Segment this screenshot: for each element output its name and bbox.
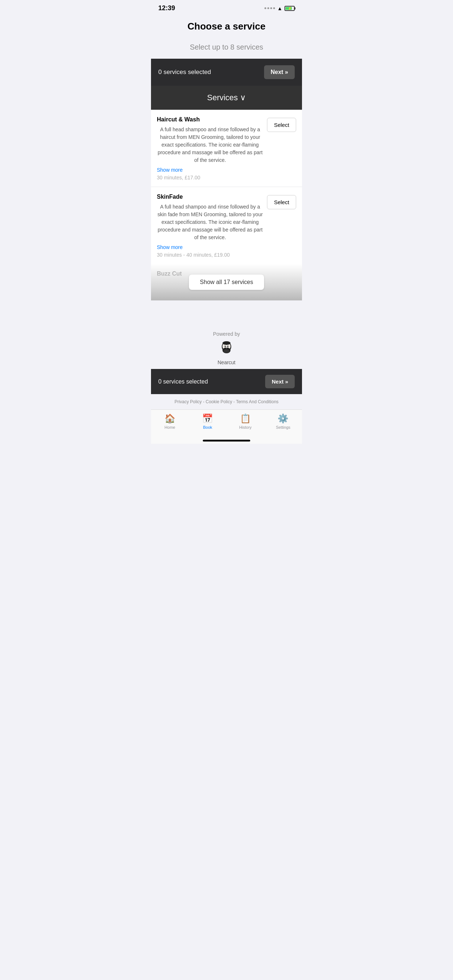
service-desc-haircut: A full head shampoo and rinse followed b…	[157, 126, 263, 164]
service-name-skinfade: SkinFade	[157, 194, 263, 200]
svg-point-5	[227, 345, 228, 347]
tab-history[interactable]: 📋 History	[226, 414, 265, 430]
select-button-haircut[interactable]: Select	[267, 118, 296, 132]
nearcut-brand-name: Nearcut	[217, 360, 235, 365]
svg-point-4	[225, 345, 226, 347]
bottom-selection-count: 0 services selected	[158, 379, 208, 385]
service-card-haircut: Haircut & Wash A full head shampoo and r…	[151, 110, 302, 187]
footer-links: Privacy Policy - Cookie Policy - Terms A…	[151, 394, 302, 409]
home-indicator	[151, 437, 302, 444]
wifi-icon: ▲	[277, 5, 282, 11]
status-icons: ▲ ⚡	[265, 5, 295, 11]
tab-book-label: Book	[203, 425, 212, 430]
fade-area: Buzz Cut Show all 17 services	[151, 264, 302, 301]
show-more-haircut[interactable]: Show more	[157, 167, 263, 173]
footer-links-text: Privacy Policy - Cookie Policy - Terms A…	[174, 399, 278, 404]
tab-book[interactable]: 📅 Book	[189, 414, 227, 430]
tab-home[interactable]: 🏠 Home	[151, 414, 189, 430]
select-button-skinfade[interactable]: Select	[267, 195, 296, 209]
nearcut-logo: Nearcut	[158, 340, 295, 365]
skinfade-container: SkinFade A full head shampoo and rinse f…	[151, 187, 302, 301]
tab-bar: 🏠 Home 📅 Book 📋 History ⚙️ Settings	[151, 409, 302, 437]
show-more-skinfade[interactable]: Show more	[157, 244, 263, 250]
services-list: Haircut & Wash A full head shampoo and r…	[151, 110, 302, 301]
fade-overlay: Show all 17 services	[151, 264, 302, 301]
service-meta-skinfade: 30 minutes - 40 minutes, £19.00	[157, 252, 230, 258]
top-next-button[interactable]: Next »	[264, 65, 295, 79]
book-icon: 📅	[202, 414, 213, 424]
service-card-skinfade: SkinFade A full head shampoo and rinse f…	[151, 187, 302, 264]
home-bar	[203, 440, 250, 442]
service-info-haircut: Haircut & Wash A full head shampoo and r…	[157, 116, 263, 181]
status-bar: 12:39 ▲ ⚡	[151, 0, 302, 15]
svg-point-6	[226, 347, 227, 348]
svg-point-2	[222, 341, 231, 345]
status-time: 12:39	[158, 5, 175, 12]
subtitle-bar: Select up to 8 services	[151, 40, 302, 59]
tab-settings[interactable]: ⚙️ Settings	[265, 414, 302, 430]
top-selection-bar: 0 services selected Next »	[151, 59, 302, 86]
service-name-haircut: Haircut & Wash	[157, 116, 263, 123]
subtitle-text: Select up to 8 services	[158, 43, 295, 51]
svg-point-10	[223, 349, 230, 353]
services-header-label: Services ∨	[207, 93, 246, 102]
signal-dots	[265, 7, 275, 9]
service-desc-skinfade: A full head shampoo and rinse followed b…	[157, 203, 263, 241]
service-meta-haircut: 30 minutes, £17.00	[157, 175, 200, 180]
service-info-skinfade: SkinFade A full head shampoo and rinse f…	[157, 194, 263, 258]
top-selection-count: 0 services selected	[158, 68, 211, 76]
home-icon: 🏠	[164, 414, 175, 424]
spacer	[151, 301, 302, 322]
page-title: Choose a service	[158, 21, 295, 32]
powered-by-section: Powered by Nearcut	[151, 322, 302, 369]
services-header[interactable]: Services ∨	[151, 86, 302, 110]
bottom-next-button[interactable]: Next »	[265, 375, 295, 388]
powered-by-label: Powered by	[158, 331, 295, 337]
history-icon: 📋	[240, 414, 251, 424]
tab-history-label: History	[239, 425, 252, 430]
tab-home-label: Home	[164, 425, 175, 430]
nearcut-brand-icon	[217, 340, 236, 358]
page-header: Choose a service	[151, 15, 302, 40]
show-all-button[interactable]: Show all 17 services	[189, 275, 264, 290]
settings-icon: ⚙️	[278, 414, 289, 424]
battery-icon: ⚡	[284, 6, 295, 11]
tab-settings-label: Settings	[276, 425, 290, 430]
bottom-selection-bar: 0 services selected Next »	[151, 369, 302, 394]
